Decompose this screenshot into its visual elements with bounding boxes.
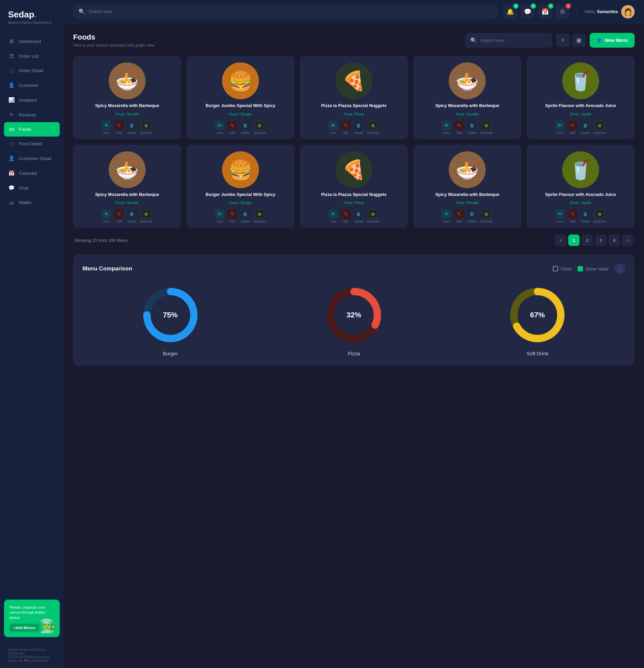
sidebar-item-wallet[interactable]: 🗂 Wallet	[0, 195, 64, 210]
edit-action[interactable]: ✎ Edit	[228, 209, 237, 223]
chart-item-burger: 75% Burger	[140, 285, 201, 356]
sidebar-item-foods[interactable]: 🍽 Foods	[4, 122, 60, 137]
chart-checkbox[interactable]	[553, 266, 558, 271]
prev-page-button[interactable]: ‹	[555, 234, 566, 246]
logo: Sedap.	[8, 10, 56, 20]
sidebar-item-analytics[interactable]: 📊 Analytics	[0, 93, 64, 107]
food-card: Spicy Mozarella with Barbeque Food / Noo…	[413, 56, 521, 139]
delete-action[interactable]: 🗑 Delete	[127, 121, 137, 135]
donut-chart-burger: 75%	[140, 285, 201, 345]
duplicate-action[interactable]: ⊕ Duplicate	[140, 209, 153, 223]
edit-action[interactable]: ✎ Edit	[228, 121, 237, 135]
sidebar-item-label: Analytics	[19, 97, 37, 103]
sidebar-item-label: Order List	[19, 54, 39, 59]
sidebar-item-label: Chat	[19, 185, 29, 191]
page-button-3[interactable]: 3	[595, 234, 607, 246]
sidebar-item-chat[interactable]: 💬 Chat	[0, 181, 64, 195]
duplicate-action[interactable]: ⊕ Duplicate	[253, 121, 266, 135]
delete-action[interactable]: 🗑 Delete	[581, 121, 590, 135]
edit-icon: ✎	[455, 209, 464, 219]
delete-label: Delete	[581, 131, 590, 135]
delete-action[interactable]: 🗑 Delete	[127, 209, 137, 223]
sidebar-item-customer-detail[interactable]: 👤 Customer Detail	[0, 151, 64, 166]
duplicate-action[interactable]: ⊕ Duplicate	[480, 209, 493, 223]
food-category: Food / Pizza	[343, 201, 364, 205]
duplicate-action[interactable]: ⊕ Duplicate	[140, 121, 153, 135]
sidebar-item-food-detail[interactable]: □ Food Detail	[0, 137, 64, 151]
delete-action[interactable]: 🗑 Delete	[467, 121, 477, 135]
view-action[interactable]: 👁 View	[555, 209, 565, 223]
page-actions: 🔍 ≡ ⊞ 👤 New Menu	[465, 33, 634, 48]
next-page-button[interactable]: ›	[622, 234, 633, 246]
duplicate-action[interactable]: ⊕ Duplicate	[367, 121, 379, 135]
sidebar-item-reviews[interactable]: ✎ Reviews	[0, 107, 64, 122]
delete-action[interactable]: 🗑 Delete	[241, 121, 250, 135]
edit-action[interactable]: ✎ Edit	[114, 121, 124, 135]
delete-action[interactable]: 🗑 Delete	[241, 209, 250, 223]
duplicate-action[interactable]: ⊕ Duplicate	[367, 209, 379, 223]
view-action[interactable]: 👁 View	[442, 209, 451, 223]
delete-action[interactable]: 🗑 Delete	[354, 121, 363, 135]
edit-action[interactable]: ✎ Edit	[341, 209, 351, 223]
sidebar-item-order-detail[interactable]: □ Order Detail	[0, 63, 64, 78]
view-action[interactable]: 👁 View	[102, 121, 111, 135]
view-action[interactable]: 👁 View	[442, 121, 451, 135]
edit-action[interactable]: ✎ Edit	[341, 121, 351, 135]
grid-view-button[interactable]: ⊞	[572, 33, 586, 47]
view-action[interactable]: 👁 View	[102, 209, 111, 223]
page-button-2[interactable]: 2	[582, 234, 593, 246]
edit-action[interactable]: ✎ Edit	[455, 209, 464, 223]
delete-action[interactable]: 🗑 Delete	[467, 209, 477, 223]
notification-button[interactable]: 🔔 9	[503, 5, 517, 19]
delete-action[interactable]: 🗑 Delete	[354, 209, 363, 223]
edit-action[interactable]: ✎ Edit	[568, 209, 577, 223]
page-button-4[interactable]: 4	[609, 234, 620, 246]
view-action[interactable]: 👁 View	[328, 209, 338, 223]
settings-badge: 1	[566, 3, 571, 9]
duplicate-action[interactable]: ⊕ Duplicate	[253, 209, 266, 223]
show-value-checkbox[interactable]	[578, 266, 583, 271]
dashboard-icon: ⊞	[8, 38, 15, 44]
sidebar-item-customer[interactable]: 👤 Customer	[0, 78, 64, 93]
page-search-input[interactable]	[480, 38, 547, 43]
new-menu-button[interactable]: 👤 New Menu	[590, 33, 634, 48]
search-input[interactable]	[89, 9, 492, 14]
view-label: View	[103, 220, 110, 223]
page-button-1[interactable]: 1	[568, 234, 580, 246]
duplicate-action[interactable]: ⊕ Duplicate	[593, 121, 606, 135]
edit-action[interactable]: ✎ Edit	[455, 121, 464, 135]
chart-more-button[interactable]: ⋮	[614, 263, 625, 274]
duplicate-icon: ⊕	[595, 209, 604, 219]
duplicate-action[interactable]: ⊕ Duplicate	[593, 209, 606, 223]
add-menus-button[interactable]: +Add Menus	[10, 624, 40, 632]
view-action[interactable]: 👁 View	[215, 121, 225, 135]
settings-button[interactable]: ⚙ 1	[555, 5, 569, 19]
show-value-toggle[interactable]: Show Value	[578, 266, 609, 271]
view-action[interactable]: 👁 View	[555, 121, 565, 135]
sidebar-item-order-list[interactable]: ☰ Order List	[0, 49, 64, 63]
list-view-button[interactable]: ≡	[556, 33, 569, 47]
delete-action[interactable]: 🗑 Delete	[581, 209, 590, 223]
view-action[interactable]: 👁 View	[215, 209, 225, 223]
sidebar-item-calendar[interactable]: 📅 Calendar	[0, 166, 64, 181]
page-search-box[interactable]: 🔍	[465, 33, 552, 48]
sidebar-item-dashboard[interactable]: ⊞ Dashboard	[0, 34, 64, 49]
topbar-user[interactable]: Hello, Samantha 👩	[585, 5, 634, 18]
topbar-search[interactable]: 🔍	[73, 4, 498, 19]
edit-icon: ✎	[114, 121, 124, 130]
view-icon: 👁	[102, 121, 111, 130]
duplicate-label: Duplicate	[253, 220, 266, 223]
duplicate-action[interactable]: ⊕ Duplicate	[480, 121, 493, 135]
chart-toggle[interactable]: Chart	[553, 266, 571, 271]
edit-action[interactable]: ✎ Edit	[114, 209, 124, 223]
edit-action[interactable]: ✎ Edit	[568, 121, 577, 135]
duplicate-icon: ⊕	[482, 209, 491, 219]
calendar-button[interactable]: 📅 8	[538, 5, 552, 19]
duplicate-icon: ⊕	[141, 209, 151, 219]
chart-section: Menu Comparison Chart Show Value ⋮	[73, 254, 634, 366]
view-action[interactable]: 👁 View	[328, 121, 338, 135]
food-image	[562, 62, 599, 99]
footer-line3: Made with ❤ by Peterdraw	[8, 659, 56, 663]
messages-button[interactable]: 💬 5	[521, 5, 535, 19]
donut-percent-pizza: 32%	[347, 311, 361, 319]
